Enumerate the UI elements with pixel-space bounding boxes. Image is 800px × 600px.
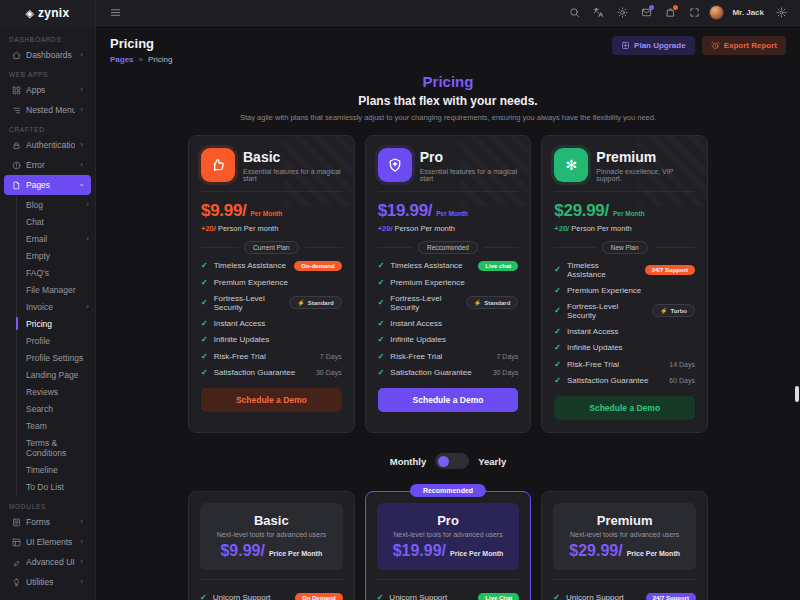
sidebar-item-error[interactable]: Error ›: [4, 155, 91, 175]
plan-tagline: Pinnacle excellence, VIP support.: [596, 168, 695, 182]
feature-value: 60 Days: [669, 377, 695, 384]
sidebar-item-forms[interactable]: Forms ›: [4, 512, 91, 532]
breadcrumb-pages-link[interactable]: Pages: [110, 55, 134, 64]
plan-price: $29.99/: [554, 201, 609, 221]
comparison-card-pro: Recommended Pro Next-level tools for adv…: [365, 491, 532, 600]
sidebar-item-utilities[interactable]: Utilities ›: [4, 572, 91, 592]
plan-price: $9.99/: [220, 542, 264, 560]
sidebar-item-pages[interactable]: Pages ›: [4, 175, 91, 195]
monthly-label[interactable]: Monthly: [390, 456, 426, 467]
sidebar-item-label: Forms: [26, 517, 50, 527]
sun-icon: [617, 7, 628, 18]
comparison-cards-row: Basic Next-level tools for advanced user…: [188, 491, 708, 600]
feature-label: Risk-Free Trial: [214, 352, 266, 361]
sidebar-item-todo[interactable]: To Do List: [26, 478, 95, 495]
sidebar-item-advanced-ui[interactable]: Advanced UI ›: [4, 552, 91, 572]
export-report-label: Export Report: [724, 41, 777, 50]
check-icon: ✓: [377, 593, 384, 600]
yearly-label[interactable]: Yearly: [478, 456, 506, 467]
bolt-icon: ⚡: [660, 307, 668, 314]
check-icon: ✓: [554, 306, 561, 315]
sidebar-item-invoice[interactable]: Invoice›: [26, 298, 95, 315]
home-icon: [12, 51, 21, 60]
plan-per: Price Per Month: [269, 550, 322, 557]
avatar[interactable]: [709, 5, 724, 20]
nav-section-crafted: CRAFTED: [0, 120, 95, 135]
plan-upgrade-button[interactable]: Plan Upgrade: [612, 36, 695, 55]
form-icon: [12, 518, 21, 527]
notification-dot: [673, 5, 678, 10]
theme-toggle-button[interactable]: [613, 4, 631, 22]
sidebar-item-timeline[interactable]: Timeline: [26, 461, 95, 478]
feature-badge: 24/7 Support: [645, 265, 695, 275]
feature-badge-label: Standard: [484, 300, 510, 306]
sidebar-item-blog[interactable]: Blog›: [26, 196, 95, 213]
nav-section-dashboards: DASHBOARDS: [0, 30, 95, 45]
sidebar-item-apps[interactable]: Apps ›: [4, 80, 91, 100]
plan-name: Premium: [561, 513, 688, 528]
check-icon: ✓: [378, 298, 385, 307]
feature-value: 7 Days: [320, 353, 342, 360]
check-icon: ✓: [201, 278, 208, 287]
plan-name: Pro: [385, 513, 512, 528]
settings-button[interactable]: [772, 4, 790, 22]
sidebar-item-terms[interactable]: Terms & Conditions: [26, 434, 95, 461]
chevron-down-icon: ›: [78, 184, 86, 187]
search-button[interactable]: [565, 4, 583, 22]
lock-icon: [12, 141, 21, 150]
sidebar-item-empty[interactable]: Empty: [26, 247, 95, 264]
sidebar-item-ui-elements[interactable]: UI Elements ›: [4, 532, 91, 552]
hamburger-icon: [110, 7, 121, 18]
export-report-button[interactable]: Export Report: [702, 36, 786, 55]
messages-button[interactable]: [637, 4, 655, 22]
language-button[interactable]: [589, 4, 607, 22]
sidebar-item-label: Dashboards: [26, 50, 72, 60]
sidebar-item-label: Pricing: [26, 319, 52, 329]
sidebar-item-email[interactable]: Email›: [26, 230, 95, 247]
plan-per: Per Month: [250, 210, 282, 217]
plan-tagline: Next-level tools for advanced users: [561, 531, 688, 538]
feature-badge: ⚡Turbo: [652, 304, 695, 317]
sidebar-item-nested-menu[interactable]: Nested Menu ›: [4, 100, 91, 120]
feature-badge: ⚡Standard: [466, 296, 519, 309]
sidebar-item-search[interactable]: Search: [26, 400, 95, 417]
sidebar-item-chat[interactable]: Chat: [26, 213, 95, 230]
schedule-demo-button[interactable]: Schedule a Demo: [378, 388, 519, 412]
grid-icon: [12, 86, 21, 95]
schedule-demo-button[interactable]: Schedule a Demo: [201, 388, 342, 412]
check-icon: ✓: [201, 319, 208, 328]
feature-label: Unicorn Support: [389, 593, 447, 600]
sidebar-item-profile[interactable]: Profile: [26, 332, 95, 349]
cart-button[interactable]: [661, 4, 679, 22]
fullscreen-button[interactable]: [685, 4, 703, 22]
sidebar-item-file-manager[interactable]: File Manager: [26, 281, 95, 298]
shield-icon: [378, 148, 412, 182]
sidebar-item-faqs[interactable]: FAQ's: [26, 264, 95, 281]
schedule-demo-button[interactable]: Schedule a Demo: [554, 396, 695, 420]
plan-extra-label: Person Per month: [218, 224, 278, 233]
breadcrumb: Pages » Pricing: [110, 55, 172, 64]
plan-name: Basic: [208, 513, 335, 528]
feature-label: Infinite Updates: [567, 343, 623, 352]
sidebar-item-profile-settings[interactable]: Profile Settings: [26, 349, 95, 366]
user-name: Mr. Jack: [732, 8, 764, 17]
sidebar-item-reviews[interactable]: Reviews: [26, 383, 95, 400]
scrollbar-thumb[interactable]: [795, 386, 799, 402]
chevron-right-icon: ›: [80, 518, 83, 526]
app-logo[interactable]: ◈ zynix: [0, 0, 95, 26]
hamburger-menu-button[interactable]: [106, 4, 124, 22]
check-icon: ✓: [378, 278, 385, 287]
check-icon: ✓: [201, 352, 208, 361]
recommended-badge: Recommended: [410, 484, 486, 497]
chevron-right-icon: ›: [86, 303, 89, 311]
sidebar-item-label: Email: [26, 234, 47, 244]
sidebar-item-pricing[interactable]: Pricing: [26, 315, 95, 332]
sidebar-item-team[interactable]: Team: [26, 417, 95, 434]
sidebar-item-landing-page[interactable]: Landing Page: [26, 366, 95, 383]
billing-toggle-switch[interactable]: [435, 453, 469, 469]
sidebar-item-authentication[interactable]: Authentication ›: [4, 135, 91, 155]
sidebar-item-dashboards[interactable]: Dashboards ›: [4, 45, 91, 65]
feature-badge-label: Turbo: [670, 308, 687, 314]
topbar-actions: Mr. Jack: [565, 4, 790, 22]
feature-label: Timeless Assistance: [214, 261, 286, 270]
